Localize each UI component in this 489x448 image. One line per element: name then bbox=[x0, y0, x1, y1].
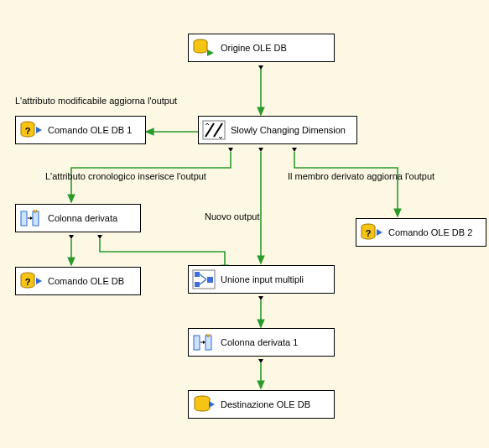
svg-rect-29 bbox=[207, 277, 213, 283]
svg-marker-0 bbox=[258, 65, 263, 70]
node-label: Slowly Changing Dimension bbox=[231, 125, 346, 135]
node-ole-db-command[interactable]: ? Comando OLE DB bbox=[15, 267, 141, 295]
node-ole-db-command-2[interactable]: ? Comando OLE DB 2 bbox=[356, 218, 486, 247]
node-ole-db-command-1[interactable]: ? Comando OLE DB 1 bbox=[15, 116, 146, 144]
node-derived-column[interactable]: Colonna derivata bbox=[15, 204, 141, 232]
node-label: Comando OLE DB 2 bbox=[388, 227, 472, 237]
svg-marker-2 bbox=[258, 148, 263, 152]
node-ole-db-destination[interactable]: Destinazione OLE DB bbox=[188, 390, 335, 419]
node-label: Colonna derivata 1 bbox=[221, 337, 298, 347]
svg-rect-22 bbox=[21, 211, 27, 226]
svg-text:?: ? bbox=[25, 277, 31, 287]
node-label: Origine OLE DB bbox=[221, 43, 287, 53]
svg-marker-3 bbox=[292, 148, 297, 152]
database-question-icon: ? bbox=[19, 120, 43, 140]
svg-marker-5 bbox=[97, 235, 102, 239]
svg-rect-30 bbox=[194, 336, 200, 350]
svg-text:?: ? bbox=[366, 228, 372, 238]
svg-marker-1 bbox=[228, 148, 233, 152]
svg-rect-23 bbox=[33, 211, 39, 226]
svg-text:?: ? bbox=[25, 126, 31, 136]
node-union-all[interactable]: Unione input multipli bbox=[188, 265, 335, 294]
scd-icon bbox=[202, 120, 226, 140]
node-ole-db-source[interactable]: Origine OLE DB bbox=[188, 34, 335, 62]
database-question-icon: ? bbox=[360, 222, 383, 242]
node-label: Unione input multipli bbox=[221, 274, 304, 284]
svg-marker-6 bbox=[258, 296, 263, 300]
edge-label-new-output: Nuovo output bbox=[205, 211, 259, 221]
node-label: Destinazione OLE DB bbox=[221, 399, 310, 409]
node-scd[interactable]: Slowly Changing Dimension bbox=[198, 116, 357, 144]
svg-rect-27 bbox=[195, 272, 200, 277]
database-source-icon bbox=[192, 38, 216, 58]
derived-column-icon bbox=[19, 208, 43, 228]
svg-rect-28 bbox=[195, 282, 200, 287]
edge-label-historical-attr: L'attributo cronologico inserisce l'outp… bbox=[45, 171, 206, 181]
derived-column-icon bbox=[192, 332, 216, 352]
edge-label-inferred-member: Il membro derivato aggiorna l'output bbox=[288, 171, 434, 181]
node-label: Comando OLE DB bbox=[48, 276, 124, 286]
node-label: Colonna derivata bbox=[48, 213, 117, 223]
svg-marker-4 bbox=[69, 235, 74, 239]
database-question-icon: ? bbox=[19, 271, 43, 291]
node-label: Comando OLE DB 1 bbox=[48, 125, 132, 135]
svg-rect-31 bbox=[205, 336, 211, 350]
database-destination-icon bbox=[192, 394, 216, 414]
union-all-icon bbox=[192, 269, 216, 289]
node-derived-column-1[interactable]: Colonna derivata 1 bbox=[188, 328, 335, 357]
edge-label-changing-attr: L'attributo modificabile aggiorna l'outp… bbox=[15, 96, 177, 106]
svg-marker-7 bbox=[258, 359, 263, 363]
